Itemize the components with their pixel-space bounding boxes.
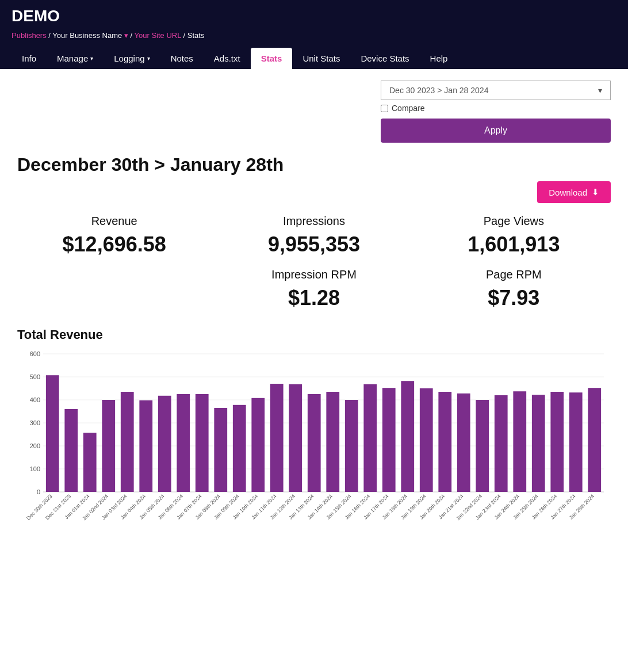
impressions-value: 9,955,353: [217, 232, 411, 257]
y-axis-label: 200: [30, 442, 40, 449]
download-row: Download ⬇: [17, 181, 611, 203]
bar[interactable]: [64, 409, 78, 492]
chevron-down-icon: ▾: [598, 86, 602, 95]
nav-tab-stats[interactable]: Stats: [251, 48, 293, 69]
bar[interactable]: [495, 395, 508, 492]
logo: DEMO: [12, 7, 616, 31]
y-axis-label: 0: [37, 488, 40, 495]
download-label: Download: [549, 188, 587, 197]
bar[interactable]: [569, 392, 583, 492]
bar[interactable]: [139, 400, 152, 492]
breadcrumb-current: Stats: [187, 31, 205, 40]
compare-row: Compare: [381, 104, 611, 113]
breadcrumb: Publishers / Your Business Name ▾ / Your…: [12, 31, 616, 45]
bar[interactable]: [345, 400, 358, 492]
y-axis-label: 300: [30, 419, 40, 426]
bar[interactable]: [270, 384, 284, 492]
nav-tab-adstxt[interactable]: Ads.txt: [204, 48, 251, 69]
bar[interactable]: [420, 388, 433, 492]
nav-tab-logging[interactable]: Logging▾: [104, 48, 160, 69]
stats-grid: Revenue $12,696.58 Impressions 9,955,353…: [17, 215, 611, 310]
chart-container: 0100200300400500600Dec 30th 2023Dec 31st…: [17, 348, 611, 544]
main-content: Dec 30 2023 > Jan 28 2024 ▾ Compare Appl…: [0, 69, 628, 555]
bar[interactable]: [46, 375, 59, 492]
breadcrumb-sep1: /: [48, 31, 51, 40]
period-title: December 30th > January 28th: [17, 154, 611, 175]
bar[interactable]: [550, 392, 564, 492]
bar[interactable]: [401, 381, 414, 492]
bar[interactable]: [363, 384, 377, 492]
nav-tab-help[interactable]: Help: [420, 48, 458, 69]
breadcrumb-publishers[interactable]: Publishers: [12, 31, 47, 40]
nav-tab-info[interactable]: Info: [12, 48, 47, 69]
impressions-label: Impressions: [217, 215, 411, 228]
revenue-stat: Revenue $12,696.58: [17, 215, 211, 310]
page-rpm-value: $7.93: [417, 286, 611, 310]
bar[interactable]: [196, 394, 209, 492]
compare-checkbox[interactable]: [381, 105, 388, 112]
date-row: Dec 30 2023 > Jan 28 2024 ▾ Compare Appl…: [17, 81, 611, 143]
bar[interactable]: [438, 392, 451, 492]
bar[interactable]: [588, 388, 601, 492]
pageviews-label: Page Views: [417, 215, 611, 228]
breadcrumb-sep3: /: [183, 31, 186, 40]
impression-rpm-label: Impression RPM: [217, 268, 411, 281]
y-axis-label: 400: [30, 396, 40, 403]
bar[interactable]: [177, 394, 190, 492]
download-button[interactable]: Download ⬇: [537, 181, 611, 203]
chart-title: Total Revenue: [17, 327, 611, 342]
y-axis-label: 600: [30, 350, 40, 357]
pageviews-value: 1,601,913: [417, 232, 611, 257]
breadcrumb-siteurl[interactable]: Your Site URL: [135, 31, 181, 40]
bar[interactable]: [233, 405, 246, 492]
nav-tab-devicestats[interactable]: Device Stats: [350, 48, 419, 69]
bar[interactable]: [121, 392, 134, 492]
bar[interactable]: [83, 433, 97, 492]
bar[interactable]: [158, 396, 171, 492]
page-rpm-label: Page RPM: [417, 268, 611, 281]
breadcrumb-sep2: /: [131, 31, 133, 40]
date-range-value: Dec 30 2023 > Jan 28 2024: [389, 86, 488, 95]
nav-tab-notes[interactable]: Notes: [160, 48, 204, 69]
y-axis-label: 500: [30, 373, 40, 380]
nav-tabs: InfoManage▾Logging▾NotesAds.txtStatsUnit…: [12, 48, 616, 69]
bar[interactable]: [102, 400, 115, 492]
compare-label: Compare: [392, 104, 425, 113]
apply-button[interactable]: Apply: [381, 119, 611, 143]
bar[interactable]: [382, 388, 396, 492]
chart-section: Total Revenue 0100200300400500600Dec 30t…: [17, 327, 611, 544]
bar[interactable]: [289, 384, 302, 492]
bar[interactable]: [457, 394, 470, 492]
bar[interactable]: [214, 408, 227, 492]
nav-tab-unitstats[interactable]: Unit Stats: [292, 48, 350, 69]
download-icon: ⬇: [592, 187, 599, 197]
breadcrumb-business[interactable]: Your Business Name ▾: [52, 31, 128, 40]
nav-tab-manage[interactable]: Manage▾: [47, 48, 104, 69]
bar[interactable]: [532, 395, 545, 492]
impression-rpm-value: $1.28: [217, 286, 411, 310]
bar[interactable]: [513, 391, 526, 492]
revenue-value: $12,696.58: [17, 232, 211, 257]
date-range-input[interactable]: Dec 30 2023 > Jan 28 2024 ▾: [381, 81, 611, 100]
bar[interactable]: [308, 394, 321, 492]
bar[interactable]: [326, 392, 339, 492]
chevron-down-icon: ▾: [147, 55, 150, 62]
header: DEMO Publishers / Your Business Name ▾ /…: [0, 0, 628, 69]
bar[interactable]: [251, 398, 265, 492]
chevron-down-icon: ▾: [90, 55, 93, 62]
y-axis-label: 100: [30, 465, 40, 472]
bar[interactable]: [476, 400, 489, 492]
bar-chart: 0100200300400500600Dec 30th 2023Dec 31st…: [17, 348, 610, 544]
impressions-stat: Impressions 9,955,353 Impression RPM $1.…: [217, 215, 411, 310]
revenue-label: Revenue: [17, 215, 211, 228]
pageviews-stat: Page Views 1,601,913 Page RPM $7.93: [417, 215, 611, 310]
